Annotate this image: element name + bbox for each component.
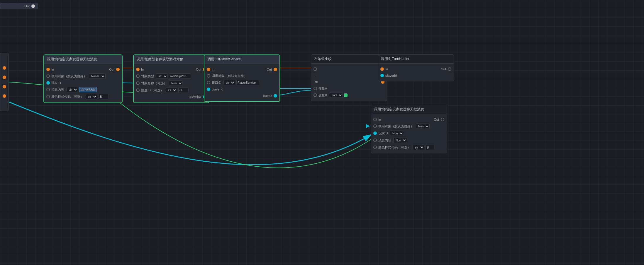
node6-color-type[interactable]: str (413, 145, 424, 150)
node-turn-healer: 调用:f_TurnHealer In Out playerId (378, 54, 454, 81)
node4-varB-checkbox[interactable] (344, 93, 348, 97)
node1-msg-port[interactable] (46, 88, 50, 91)
node6-callobj-port[interactable] (373, 124, 377, 128)
node3-interface-type[interactable]: str (223, 80, 235, 85)
node3-output-port[interactable] (274, 94, 277, 98)
node3-playerid-port[interactable] (207, 88, 210, 91)
out-label: Out (24, 4, 30, 8)
node4-in-port[interactable] (313, 67, 317, 71)
node2-objname-sel[interactable]: Non (169, 81, 183, 86)
node6-playerid-port[interactable] (373, 131, 377, 135)
node1-color-type[interactable]: str (86, 94, 97, 99)
node1-callobj-select[interactable]: Non▼ (89, 73, 106, 79)
arrow-indicator: ▶ (366, 123, 370, 129)
node1-callobj-port[interactable] (46, 74, 50, 78)
node3-title: 调用: IsPlayerService (204, 55, 279, 64)
top-partial-node: Out (0, 3, 38, 9)
node6-color-port[interactable] (373, 146, 377, 149)
node4-varA-port[interactable] (313, 87, 317, 90)
node2-pushid-input[interactable] (178, 88, 189, 93)
node2-objtype-input[interactable] (169, 73, 191, 79)
node1-title: 调用:向指定玩家发送聊天框消息 (44, 55, 122, 64)
top-node-out-row: Out (3, 4, 35, 8)
node1-playerid-port[interactable] (46, 81, 50, 85)
out-port[interactable] (31, 4, 35, 8)
node2-in-port[interactable] (136, 68, 140, 71)
node1-msg-input[interactable] (79, 87, 97, 92)
node3-interface-input[interactable] (236, 80, 260, 85)
node2-title: 调用:按类型名称获取游戏对象 (134, 55, 209, 64)
node6-color-input[interactable] (426, 145, 434, 150)
node6-msg-sel[interactable]: Non (393, 138, 407, 143)
node3-interface-port[interactable] (207, 81, 210, 84)
node2-pushid-type[interactable]: int (166, 88, 177, 93)
node6-in-port[interactable] (373, 118, 377, 121)
node1-color-input[interactable] (99, 94, 109, 99)
node4-title: 布尔值比较 (311, 55, 387, 64)
node-send-chat-1: 调用:向指定玩家发送聊天框消息 In Out 调用对象（默认为自身） Non▼ … (43, 54, 123, 103)
node5-in-port[interactable] (380, 67, 384, 71)
node6-out-port[interactable] (441, 118, 444, 121)
node6-playerid-sel[interactable]: Non (390, 131, 404, 136)
left-partial-node (0, 53, 9, 111)
node3-callobj-port[interactable] (207, 74, 210, 78)
left-port-2[interactable] (3, 76, 6, 79)
node1-out-port[interactable] (116, 68, 120, 71)
node-bool-compare: 布尔值比较 In = != 变量A 变量B bool (311, 54, 387, 101)
node-send-chat-2: 调用:向指定玩家发送聊天框消息 In Out 调用对象（默认为自身） Non 玩… (371, 105, 447, 153)
left-port-4[interactable] (3, 94, 6, 98)
node5-title: 调用:f_TurnHealer (378, 55, 454, 64)
node6-msg-port[interactable] (373, 139, 377, 142)
node-isplayerservice: 调用: IsPlayerService In Out 调用对象（默认为自身） 接… (204, 54, 280, 102)
node-get-gameobj: 调用:按类型名称获取游戏对象 In Out 对象类型 str 对象名称（可选） … (133, 54, 209, 103)
node3-out-port[interactable] (274, 68, 277, 71)
node4-varB-port[interactable] (313, 93, 317, 97)
left-port-1[interactable] (3, 66, 6, 70)
node2-objtype-port[interactable] (136, 74, 140, 78)
node2-objtype-sel[interactable]: str (156, 73, 168, 79)
node2-pushid-port[interactable] (136, 88, 140, 92)
node3-in-port[interactable] (207, 68, 210, 71)
node2-objname-port[interactable] (136, 81, 140, 85)
node1-color-port[interactable] (46, 95, 50, 98)
node6-title: 调用:向指定玩家发送聊天框消息 (371, 105, 447, 114)
left-port-3[interactable] (3, 85, 6, 88)
node6-callobj-sel[interactable]: Non (416, 124, 430, 129)
node1-msg-type[interactable]: str (66, 87, 78, 92)
node4-varB-type[interactable]: bool (329, 93, 343, 98)
node5-playerid-port[interactable] (380, 74, 384, 77)
node5-out-port[interactable] (448, 67, 451, 71)
node1-in-port[interactable] (46, 68, 50, 71)
